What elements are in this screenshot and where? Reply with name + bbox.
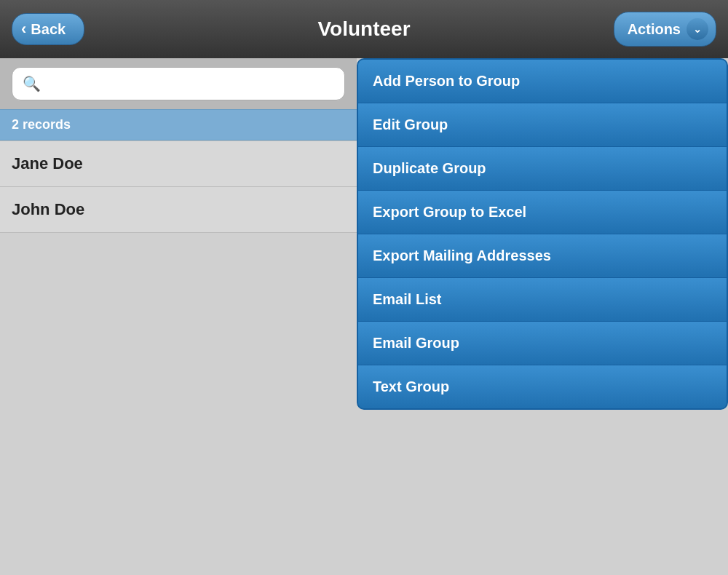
menu-item-0[interactable]: Add Person to Group <box>358 60 727 103</box>
people-list: Jane Doe John Doe <box>0 140 357 233</box>
back-label: Back <box>31 21 66 38</box>
menu-item-1[interactable]: Edit Group <box>358 103 727 147</box>
menu-item-3[interactable]: Export Group to Excel <box>358 191 727 234</box>
actions-chevron-icon: ⌄ <box>687 18 708 40</box>
page-title: Volunteer <box>317 17 410 41</box>
menu-item-2[interactable]: Duplicate Group <box>358 147 727 191</box>
menu-item-4[interactable]: Export Mailing Addresses <box>358 234 727 278</box>
list-item[interactable]: John Doe <box>0 187 357 233</box>
person-name: John Doe <box>12 200 84 218</box>
search-icon: 🔍 <box>23 75 41 92</box>
records-bar: 2 records <box>0 109 357 140</box>
actions-label: Actions <box>628 21 681 38</box>
menu-item-5[interactable]: Email List <box>358 278 727 322</box>
header-bar: ‹ Back Volunteer Actions ⌄ <box>0 0 728 58</box>
search-container: 🔍 <box>0 58 357 109</box>
menu-item-6[interactable]: Email Group <box>358 322 727 365</box>
person-name: Jane Doe <box>12 154 83 172</box>
back-chevron-icon: ‹ <box>21 20 26 39</box>
left-panel: 🔍 2 records Jane Doe John Doe <box>0 58 357 575</box>
search-input[interactable] <box>48 76 334 92</box>
menu-item-7[interactable]: Text Group <box>358 365 727 408</box>
records-count: 2 records <box>12 117 71 132</box>
actions-dropdown-menu: Add Person to GroupEdit GroupDuplicate G… <box>357 58 728 410</box>
search-box: 🔍 <box>12 67 345 100</box>
content-area: 🔍 2 records Jane Doe John Doe Add Person… <box>0 58 728 575</box>
back-button[interactable]: ‹ Back <box>12 13 84 45</box>
actions-button[interactable]: Actions ⌄ <box>614 12 716 47</box>
list-item[interactable]: Jane Doe <box>0 140 357 187</box>
